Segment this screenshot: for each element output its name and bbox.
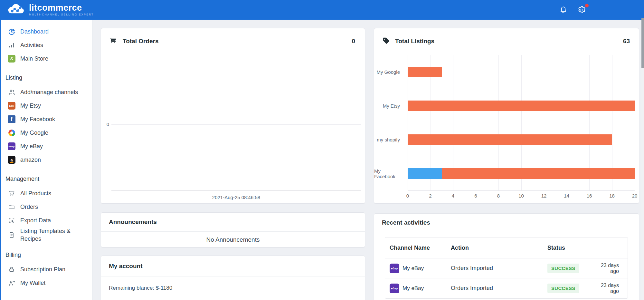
total-orders-title: Total Orders (123, 38, 159, 45)
category-label-my-google: My Google (374, 55, 404, 89)
sidebar-item-export-data[interactable]: Export Data (1, 214, 92, 227)
shopify-icon: S (8, 55, 15, 63)
app-logo[interactable]: litcommerce MULTI-CHANNEL SELLING EXPERT (0, 3, 94, 17)
gridline (635, 55, 635, 190)
tag-solid-icon (382, 37, 390, 46)
sidebar-item-my-google[interactable]: My Google (1, 126, 92, 140)
announcements-card: Announcements No Announcements (101, 212, 365, 247)
bell-icon[interactable] (558, 5, 568, 15)
person-plus-icon (8, 279, 15, 287)
sidebar-item-add-manage-channels[interactable]: Add/manage channels (1, 85, 92, 99)
notification-dot (585, 4, 589, 7)
export-icon (8, 217, 15, 224)
channel-name: My eBay (402, 285, 424, 292)
ebay-icon: ebay (390, 284, 399, 293)
channel-cell: ebayMy eBay (385, 264, 446, 273)
bar-row-my-etsy (408, 89, 635, 123)
sidebar-item-listing-templates-recipes[interactable]: Listing Templates & Recipes (1, 227, 92, 243)
sidebar-item-subscription-plan[interactable]: Subscription Plan (1, 263, 92, 276)
listings-plot: 02468101214161820My GoogleMy Etsymy shop… (408, 55, 635, 190)
sidebar-item-label: Listing Templates & Recipes (20, 227, 78, 243)
recent-activities-card: Recent activities Channel Name Action St… (374, 213, 639, 300)
x-tick-label: 14 (564, 193, 569, 198)
sidebar-item-label: My Etsy (20, 102, 41, 110)
total-listings-value: 63 (623, 38, 630, 45)
bar-segment (408, 101, 635, 111)
sidebar-item-my-wallet[interactable]: My Wallet (1, 276, 92, 290)
orders-y-tick-label: 0 (101, 121, 109, 127)
table-row[interactable]: ebayMy eBayOrders ImportedSUCCESS23 days… (385, 258, 628, 278)
sidebar-item-my-etsy[interactable]: EtsyMy Etsy (1, 99, 92, 112)
column-header-status: Status (543, 245, 591, 251)
bar-segment (408, 134, 612, 145)
sidebar-item-label: Main Store (20, 55, 48, 63)
announcements-title: Announcements (101, 213, 365, 232)
x-tick-label: 6 (474, 193, 477, 198)
x-tick-label: 4 (452, 193, 454, 198)
sidebar-item-activities[interactable]: Activities (1, 38, 92, 52)
sidebar-item-label: My eBay (20, 142, 43, 150)
total-orders-value: 0 (352, 38, 355, 45)
sidebar-section-title: Management (1, 173, 92, 185)
action-cell: Orders Imported (446, 285, 543, 292)
column-header-action: Action (446, 245, 543, 251)
sidebar-item-all-products[interactable]: All Products (1, 187, 92, 200)
my-account-title: My account (101, 256, 365, 276)
cart-icon (8, 189, 15, 197)
x-tick-label: 12 (541, 193, 547, 198)
x-tick-label: 16 (587, 193, 592, 198)
sidebar-item-label: My Facebook (20, 115, 55, 123)
bar-segment (408, 67, 442, 77)
x-tick-label: 10 (518, 193, 524, 198)
app-title: litcommerce (29, 4, 94, 12)
status-cell: SUCCESS (543, 284, 591, 293)
orders-zero-gridline (111, 124, 361, 125)
x-tick-label: 18 (609, 193, 615, 198)
announcements-empty-message: No Announcements (101, 232, 365, 247)
google-icon (8, 129, 15, 137)
scrollbar-thumb[interactable] (641, 18, 644, 68)
category-label-my-facebook: My Facebook (374, 157, 404, 190)
ebay-icon: ebay (8, 142, 15, 150)
bar-row-my-google (408, 55, 635, 89)
gear-icon[interactable] (577, 5, 587, 15)
sidebar: DashboardActivitiesSMain StoreListingAdd… (0, 20, 92, 300)
facebook-icon: f (8, 115, 15, 123)
app-tagline: MULTI-CHANNEL SELLING EXPERT (29, 13, 94, 16)
sidebar-item-my-facebook[interactable]: fMy Facebook (1, 112, 92, 126)
sidebar-item-label: amazon (20, 156, 41, 164)
status-badge: SUCCESS (547, 284, 579, 293)
bar-row-my-shopify (408, 123, 635, 157)
recent-activities-title: Recent activities (382, 219, 430, 226)
ebay-icon: ebay (390, 264, 399, 273)
cart-solid-icon (109, 36, 118, 46)
document-icon (8, 231, 15, 239)
topbar: litcommerce MULTI-CHANNEL SELLING EXPERT (0, 0, 644, 20)
activities-icon (8, 41, 15, 49)
sidebar-item-main-store[interactable]: SMain Store (1, 52, 92, 65)
main-content: Total Orders 0 0 2021-Aug-25 08:46:58 An… (93, 20, 644, 300)
activities-table: Channel Name Action Status ebayMy eBayOr… (385, 237, 628, 299)
cloud-logo-icon (7, 3, 26, 17)
x-tick-label: 2 (429, 193, 431, 198)
remaining-balance-text: Remaining blance: $-1180 (101, 276, 365, 300)
my-account-card: My account Remaining blance: $-1180 (101, 256, 365, 300)
channel-name: My eBay (402, 265, 424, 272)
sidebar-item-my-ebay[interactable]: ebayMy eBay (1, 140, 92, 153)
orders-timestamp-label: 2021-Aug-25 08:46:58 (111, 195, 361, 200)
activities-table-header: Channel Name Action Status (385, 237, 628, 258)
sidebar-item-label: My Wallet (20, 279, 45, 287)
x-tick-label: 20 (632, 193, 638, 198)
status-badge: SUCCESS (547, 264, 579, 273)
folder-icon (8, 203, 15, 211)
sidebar-item-amazon[interactable]: aamazon (1, 153, 92, 167)
sidebar-item-label: Subscription Plan (20, 266, 65, 273)
sidebar-item-orders[interactable]: Orders (1, 200, 92, 214)
sidebar-section-title: Billing (1, 249, 92, 261)
table-row[interactable]: ebayMy eBayOrders ImportedSUCCESS23 days… (385, 278, 628, 298)
sidebar-item-label: Export Data (20, 217, 51, 224)
category-label-my-shopify: my shopify (374, 123, 404, 157)
sidebar-item-dashboard[interactable]: Dashboard (1, 25, 92, 38)
x-tick-label: 8 (497, 193, 500, 198)
total-listings-title: Total Listings (395, 38, 434, 45)
